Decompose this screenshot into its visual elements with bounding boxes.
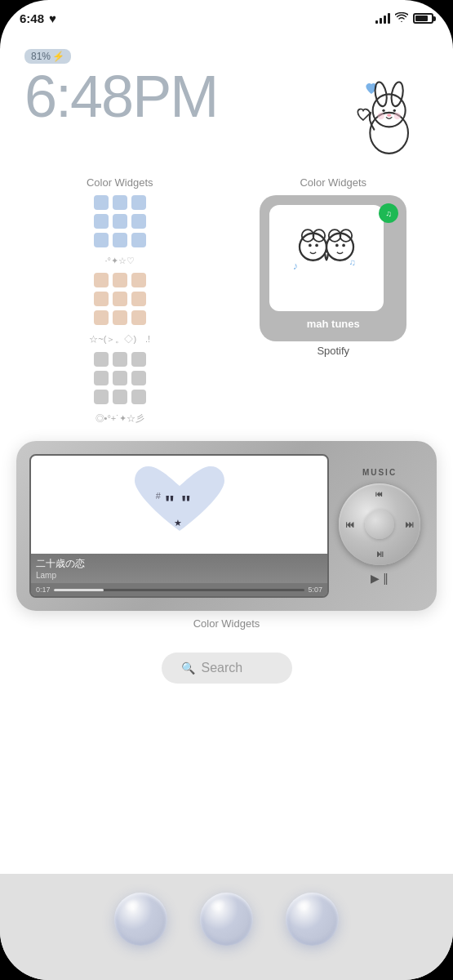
svg-point-18 bbox=[343, 244, 346, 247]
main-content: 81% ⚡ 6:48PM bbox=[0, 41, 453, 980]
status-heart: ♥ bbox=[49, 11, 56, 25]
search-pill[interactable]: 🔍 Search bbox=[162, 653, 292, 684]
dot bbox=[94, 390, 109, 404]
dot bbox=[131, 214, 146, 229]
widget-caption-1: ·°✦☆♡ bbox=[105, 256, 135, 266]
svg-point-5 bbox=[393, 109, 396, 112]
ipod-widget[interactable]: " " ★ # 二十歳の恋 Lamp bbox=[16, 441, 437, 611]
svg-text:★: ★ bbox=[173, 518, 181, 528]
svg-point-4 bbox=[382, 109, 384, 112]
svg-point-17 bbox=[335, 244, 339, 247]
time-display: 6:48PM bbox=[16, 67, 437, 157]
ipod-info-bar: 二十歳の恋 Lamp bbox=[31, 554, 327, 583]
ipod-click-wheel[interactable]: ⏮ ⏭ ⏮ ⏯ bbox=[339, 483, 420, 565]
dot bbox=[113, 390, 127, 404]
spotify-album-art: ♪ ♫ bbox=[269, 205, 384, 311]
ipod-music-label: MUSIC bbox=[362, 468, 397, 477]
dot bbox=[131, 273, 146, 287]
dot bbox=[131, 292, 146, 306]
spotify-logo: ♫ bbox=[379, 203, 398, 223]
dot bbox=[113, 292, 127, 306]
widget-right[interactable]: Color Widgets ♫ bbox=[233, 176, 434, 425]
widget-right-label: Color Widgets bbox=[300, 176, 366, 189]
progress-fill bbox=[54, 589, 104, 591]
dock bbox=[0, 874, 453, 980]
dot bbox=[94, 292, 109, 306]
ipod-play-row: ▶︎ ‖ bbox=[371, 572, 389, 585]
dot bbox=[131, 310, 146, 325]
ipod-menu-btn[interactable]: ⏮ bbox=[375, 490, 384, 498]
ipod-screen-side: " " ★ # 二十歳の恋 Lamp bbox=[29, 454, 329, 598]
widget-caption-2: ☆~(＞。◇)ゞ.! bbox=[89, 333, 150, 345]
dot bbox=[94, 352, 109, 367]
dot bbox=[131, 195, 146, 210]
status-bar: 6:48 ♥ bbox=[0, 11, 453, 25]
ipod-time-start: 0:17 bbox=[36, 586, 51, 594]
status-time: 6:48 bbox=[20, 11, 44, 25]
dock-icon-1[interactable] bbox=[114, 893, 167, 946]
spotify-widget[interactable]: ♫ bbox=[260, 195, 406, 341]
battery-bolt: ⚡ bbox=[52, 51, 64, 62]
svg-point-6 bbox=[387, 114, 391, 117]
ipod-play-indicator: ▶︎ ‖ bbox=[371, 572, 389, 585]
dot-grid-gray bbox=[94, 352, 146, 404]
status-right bbox=[375, 12, 433, 25]
dot bbox=[113, 371, 127, 385]
search-icon: 🔍 bbox=[181, 662, 195, 675]
dot bbox=[113, 273, 127, 287]
dock-icon-3[interactable] bbox=[286, 893, 339, 946]
ipod-time-end: 5:07 bbox=[308, 586, 322, 594]
svg-point-12 bbox=[309, 244, 312, 247]
dock-icon-2[interactable] bbox=[200, 893, 253, 946]
svg-text:♪: ♪ bbox=[293, 260, 298, 272]
dot bbox=[113, 195, 127, 210]
search-bar-container: 🔍 Search bbox=[16, 653, 437, 684]
widget-caption-3: ◎•°+˙✦☆彡 bbox=[95, 412, 144, 425]
status-left: 6:48 ♥ bbox=[20, 11, 56, 25]
ipod-song-info: 二十歳の恋 Lamp bbox=[36, 557, 85, 580]
progress-track bbox=[54, 589, 305, 591]
search-label: Search bbox=[202, 661, 243, 675]
spotify-app-label: Spotify bbox=[317, 345, 349, 357]
wifi-icon bbox=[395, 12, 408, 25]
ipod-prev-btn[interactable]: ⏮ bbox=[345, 519, 354, 529]
dot bbox=[131, 371, 146, 385]
time-large: 6:48PM bbox=[24, 67, 217, 126]
bunny-sticker bbox=[347, 75, 429, 157]
ipod-screen: " " ★ # 二十歳の恋 Lamp bbox=[29, 454, 329, 598]
dot-grid-blue bbox=[94, 195, 146, 247]
spotify-track-name: mah tunes bbox=[269, 318, 397, 330]
ipod-widget-label: Color Widgets bbox=[16, 617, 437, 630]
svg-point-15 bbox=[329, 229, 341, 242]
dot-grid-peach bbox=[94, 273, 146, 325]
phone-container: 6:48 ♥ bbox=[0, 0, 453, 980]
ipod-center-button[interactable] bbox=[365, 510, 394, 539]
ipod-controls: MUSIC ⏮ ⏭ ⏮ ⏯ ▶︎ ‖ bbox=[339, 468, 424, 585]
svg-text:♫: ♫ bbox=[349, 257, 356, 267]
ipod-next-btn[interactable]: ⏭ bbox=[405, 519, 414, 529]
dot bbox=[94, 214, 109, 229]
widget-left-label: Color Widgets bbox=[87, 176, 153, 189]
svg-point-2 bbox=[373, 81, 388, 107]
ipod-album-art: " " ★ # bbox=[31, 456, 327, 554]
svg-point-10 bbox=[302, 229, 314, 242]
signal-bars bbox=[375, 13, 390, 24]
dot bbox=[113, 214, 127, 229]
battery-badge: 81% ⚡ bbox=[24, 49, 71, 64]
dot bbox=[94, 233, 109, 247]
battery-percent: 81% bbox=[31, 51, 51, 62]
svg-text:": " bbox=[164, 492, 174, 514]
svg-point-13 bbox=[316, 244, 319, 247]
svg-point-3 bbox=[389, 81, 404, 107]
dot bbox=[131, 352, 146, 367]
svg-text:#: # bbox=[155, 491, 161, 501]
dot bbox=[94, 195, 109, 210]
dot bbox=[113, 352, 127, 367]
ipod-song-title: 二十歳の恋 bbox=[36, 557, 85, 571]
dot bbox=[94, 371, 109, 385]
svg-point-1 bbox=[373, 94, 406, 127]
svg-text:": " bbox=[180, 492, 190, 514]
ipod-progress-bar: 0:17 5:07 bbox=[31, 583, 327, 596]
dot bbox=[94, 310, 109, 325]
ipod-playpause-btn[interactable]: ⏯ bbox=[375, 549, 384, 559]
